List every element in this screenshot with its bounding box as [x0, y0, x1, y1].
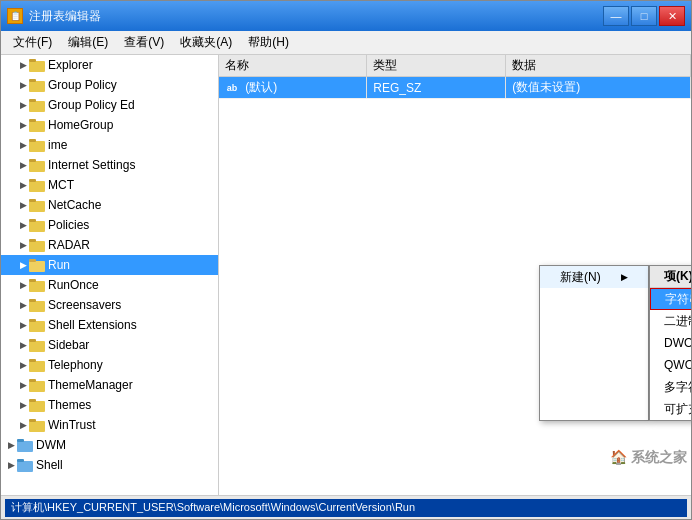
tree-label-shell: Shell	[36, 458, 63, 472]
sub-context-menu: 项(K) 字符串值(S) 二进制值(B) DWORD (32-位)值(D) QW…	[649, 265, 691, 421]
tree-item-ime[interactable]: ime	[1, 135, 218, 155]
title-controls: — □ ✕	[603, 6, 685, 26]
tree-arrow-wintrust	[17, 419, 29, 431]
svg-rect-15	[29, 199, 36, 202]
svg-rect-24	[29, 301, 45, 312]
tree-label-internet-settings: Internet Settings	[48, 158, 135, 172]
svg-rect-41	[17, 459, 24, 462]
tree-label-ime: ime	[48, 138, 67, 152]
tree-item-radar[interactable]: RADAR	[1, 235, 218, 255]
title-bar-left: 📋 注册表编辑器	[7, 8, 101, 25]
folder-icon-shell	[17, 458, 33, 472]
menu-view[interactable]: 查看(V)	[116, 32, 172, 53]
svg-rect-17	[29, 219, 36, 222]
folder-icon-radar	[29, 238, 45, 252]
tree-arrow-sidebar	[17, 339, 29, 351]
tree-arrow-ime	[17, 139, 29, 151]
tree-label-themes: Themes	[48, 398, 91, 412]
svg-rect-13	[29, 179, 36, 182]
tree-arrow-themes	[17, 399, 29, 411]
svg-rect-22	[29, 281, 45, 292]
col-type: 类型	[367, 55, 506, 77]
tree-item-sidebar[interactable]: Sidebar	[1, 335, 218, 355]
table-row[interactable]: ab (默认) REG_SZ (数值未设置)	[219, 77, 691, 99]
tree-label-netcache: NetCache	[48, 198, 101, 212]
svg-rect-0	[29, 61, 45, 72]
tree-item-dwm[interactable]: DWM	[1, 435, 218, 455]
sub-menu-qword64[interactable]: QWORD (64 位)值(Q)	[650, 354, 691, 376]
tree-item-thememanager[interactable]: ThemeManager	[1, 375, 218, 395]
menu-help[interactable]: 帮助(H)	[240, 32, 297, 53]
svg-rect-18	[29, 241, 45, 252]
tree-item-group-policy-ed[interactable]: Group Policy Ed	[1, 95, 218, 115]
col-data: 数据	[506, 55, 691, 77]
menu-file[interactable]: 文件(F)	[5, 32, 60, 53]
sub-menu-expandstring[interactable]: 可扩充字符串值(E)	[650, 398, 691, 420]
svg-rect-11	[29, 159, 36, 162]
tree-arrow-explorer	[17, 59, 29, 71]
folder-icon-telephony	[29, 358, 45, 372]
tree-label-run: Run	[48, 258, 70, 272]
tree-label-sidebar: Sidebar	[48, 338, 89, 352]
folder-icon-sidebar	[29, 338, 45, 352]
tree-label-mct: MCT	[48, 178, 74, 192]
tree-item-netcache[interactable]: NetCache	[1, 195, 218, 215]
tree-item-themes[interactable]: Themes	[1, 395, 218, 415]
svg-rect-16	[29, 221, 45, 232]
main-area: Explorer Group Policy Group Policy Ed	[1, 55, 691, 495]
title-bar: 📋 注册表编辑器 — □ ✕	[1, 1, 691, 31]
tree-item-group-policy[interactable]: Group Policy	[1, 75, 218, 95]
tree-item-run[interactable]: Run	[1, 255, 218, 275]
tree-item-mct[interactable]: MCT	[1, 175, 218, 195]
tree-item-runonce[interactable]: RunOnce	[1, 275, 218, 295]
menu-favorites[interactable]: 收藏夹(A)	[172, 32, 240, 53]
tree-item-screensavers[interactable]: Screensavers	[1, 295, 218, 315]
svg-rect-8	[29, 141, 45, 152]
folder-icon-runonce	[29, 278, 45, 292]
folder-icon-wintrust	[29, 418, 45, 432]
tree-label-policies: Policies	[48, 218, 89, 232]
sub-menu-binary[interactable]: 二进制值(B)	[650, 310, 691, 332]
svg-rect-21	[29, 259, 36, 262]
main-context-menu: 新建(N)	[539, 265, 649, 421]
svg-rect-14	[29, 201, 45, 212]
menu-edit[interactable]: 编辑(E)	[60, 32, 116, 53]
tree-panel[interactable]: Explorer Group Policy Group Policy Ed	[1, 55, 219, 495]
svg-rect-19	[29, 239, 36, 242]
context-menu-overlay: 新建(N) 项(K) 字符串值(S) 二进制值(B) DWORD (32-位)值…	[539, 265, 691, 421]
folder-icon-explorer	[29, 58, 45, 72]
tree-label-runonce: RunOnce	[48, 278, 99, 292]
tree-arrow-policies	[17, 219, 29, 231]
tree-item-shell[interactable]: Shell	[1, 455, 218, 475]
tree-item-wintrust[interactable]: WinTrust	[1, 415, 218, 435]
close-button[interactable]: ✕	[659, 6, 685, 26]
tree-item-explorer[interactable]: Explorer	[1, 55, 218, 75]
folder-icon-screensavers	[29, 298, 45, 312]
sub-menu-string[interactable]: 字符串值(S)	[650, 288, 691, 310]
watermark: 🏠 系统之家	[610, 449, 687, 467]
tree-arrow-screensavers	[17, 299, 29, 311]
tree-label-dwm: DWM	[36, 438, 66, 452]
tree-arrow-radar	[17, 239, 29, 251]
tree-item-policies[interactable]: Policies	[1, 215, 218, 235]
sub-menu-multistring[interactable]: 多字符串值(M)	[650, 376, 691, 398]
tree-item-internet-settings[interactable]: Internet Settings	[1, 155, 218, 175]
svg-rect-34	[29, 401, 45, 412]
tree-label-screensavers: Screensavers	[48, 298, 121, 312]
tree-item-shell-extensions[interactable]: Shell Extensions	[1, 315, 218, 335]
maximize-button[interactable]: □	[631, 6, 657, 26]
sub-menu-dword32[interactable]: DWORD (32-位)值(D)	[650, 332, 691, 354]
tree-arrow-run	[17, 259, 29, 271]
minimize-button[interactable]: —	[603, 6, 629, 26]
tree-item-telephony[interactable]: Telephony	[1, 355, 218, 375]
col-name: 名称	[219, 55, 367, 77]
svg-rect-2	[29, 81, 45, 92]
tree-arrow-group-policy	[17, 79, 29, 91]
table-cell-type: REG_SZ	[367, 77, 506, 99]
folder-icon-mct	[29, 178, 45, 192]
svg-rect-36	[29, 421, 45, 432]
new-menu-item[interactable]: 新建(N)	[540, 266, 648, 288]
tree-arrow-homegroup	[17, 119, 29, 131]
tree-item-homegroup[interactable]: HomeGroup	[1, 115, 218, 135]
tree-arrow-telephony	[17, 359, 29, 371]
